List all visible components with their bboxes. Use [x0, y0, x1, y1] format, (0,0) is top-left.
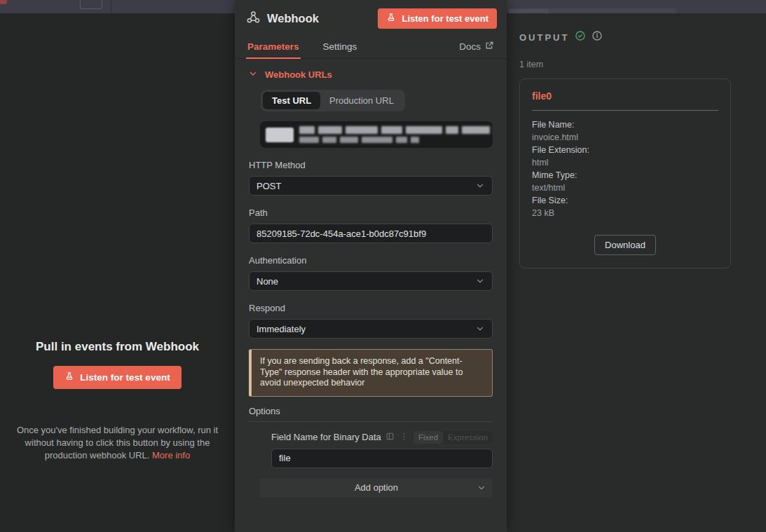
file-card-title: file0 — [532, 90, 718, 102]
input-panel: Pull in events from Webhook Listen for t… — [0, 13, 235, 532]
authentication-select[interactable]: None — [249, 271, 493, 291]
http-method-label: HTTP Method — [249, 160, 493, 170]
output-panel-title: OUTPUT — [519, 32, 569, 43]
mime-type-label: Mime Type: — [532, 169, 718, 182]
success-check-icon — [575, 30, 586, 44]
fixed-toggle-option[interactable]: Fixed — [413, 431, 443, 444]
output-items-count: 1 item — [519, 60, 753, 69]
node-panel-header: Webhook Listen for test event — [235, 0, 507, 34]
chevron-down-icon — [475, 324, 485, 334]
test-url-tab[interactable]: Test URL — [263, 92, 320, 109]
docs-link[interactable]: Docs — [459, 34, 494, 58]
respond-select[interactable]: Immediately — [249, 319, 493, 339]
topbar-divider — [111, 0, 111, 13]
production-url-tab[interactable]: Production URL — [320, 92, 403, 109]
app-logo — [0, 0, 7, 4]
flask-icon — [386, 13, 396, 25]
tab-parameters[interactable]: Parameters — [247, 34, 299, 58]
webhook-urls-section-toggle[interactable]: Webhook URLs — [249, 68, 493, 81]
file-size-label: File Size: — [532, 194, 718, 207]
fixed-expression-toggle: Fixed Expression — [413, 431, 493, 444]
webhook-url-redacted[interactable] — [260, 121, 493, 148]
file-name-value: invoice.html — [532, 131, 718, 144]
webhook-node-icon — [246, 10, 261, 27]
parameters-content: Webhook URLs Test URL Production URL HTT… — [235, 59, 507, 532]
columns-icon[interactable] — [385, 431, 395, 444]
tab-settings[interactable]: Settings — [323, 34, 357, 58]
mime-type-value: text/html — [532, 182, 718, 194]
listen-button-label: Listen for test event — [80, 372, 170, 383]
path-field: Path 85209185-72dc-454a-ace1-b0dc87c91bf… — [249, 207, 493, 243]
topbar-button[interactable] — [80, 0, 102, 9]
options-divider — [249, 421, 493, 422]
output-panel: OUTPUT 1 item file0 File Name: invoice.h… — [507, 13, 766, 532]
content-type-notice: If you are sending back a response, add … — [249, 349, 493, 397]
binary-file-card: file0 File Name: invoice.html File Exten… — [519, 79, 731, 268]
chevron-down-icon — [249, 68, 257, 81]
listen-button-label: Listen for test event — [402, 13, 488, 24]
http-method-select[interactable]: POST — [249, 176, 493, 196]
chevron-down-icon — [477, 483, 486, 493]
listen-for-test-event-button-header[interactable]: Listen for test event — [378, 8, 497, 29]
file-metadata: File Name: invoice.html File Extension: … — [532, 118, 718, 219]
path-label: Path — [249, 207, 493, 218]
file-extension-value: html — [532, 156, 718, 169]
file-card-divider — [532, 110, 718, 111]
node-settings-panel: Webhook Listen for test event Parameters… — [235, 0, 507, 532]
flask-icon — [64, 371, 74, 383]
path-input[interactable]: 85209185-72dc-454a-ace1-b0dc87c91bf9 — [249, 224, 493, 243]
file-name-label: File Name: — [532, 118, 718, 131]
listen-for-test-event-button[interactable]: Listen for test event — [53, 366, 181, 389]
binary-field-label: Field Name for Binary Data — [271, 432, 381, 442]
more-info-link[interactable]: More info — [152, 450, 190, 461]
kebab-menu-icon[interactable] — [399, 431, 409, 444]
input-panel-heading: Pull in events from Webhook — [36, 340, 199, 354]
url-text-redacted — [299, 126, 493, 143]
webhook-urls-label: Webhook URLs — [265, 69, 332, 80]
respond-field: Respond Immediately — [249, 303, 493, 339]
node-title: Webhook — [267, 12, 319, 25]
production-hint-text: Once you've finished building your workf… — [13, 424, 223, 462]
binary-field-input[interactable]: file — [271, 449, 493, 468]
authentication-label: Authentication — [249, 255, 493, 266]
options-section-label: Options — [249, 406, 493, 416]
url-environment-toggle: Test URL Production URL — [261, 90, 405, 111]
download-button[interactable]: Download — [594, 235, 656, 255]
info-icon[interactable] — [591, 30, 603, 44]
external-link-icon — [485, 41, 494, 52]
node-tabs: Parameters Settings Docs — [235, 34, 507, 59]
file-extension-label: File Extension: — [532, 144, 718, 156]
http-method-badge-redacted — [266, 128, 294, 142]
respond-label: Respond — [249, 303, 493, 313]
authentication-field: Authentication None — [249, 255, 493, 291]
file-size-value: 23 kB — [532, 207, 718, 219]
chevron-down-icon — [475, 181, 485, 191]
chevron-down-icon — [475, 276, 485, 286]
binary-field-row: Field Name for Binary Data Fixed Express… — [271, 431, 493, 444]
http-method-field: HTTP Method POST — [249, 160, 493, 196]
add-option-button[interactable]: Add option — [260, 478, 493, 498]
expression-toggle-option[interactable]: Expression — [443, 431, 493, 444]
